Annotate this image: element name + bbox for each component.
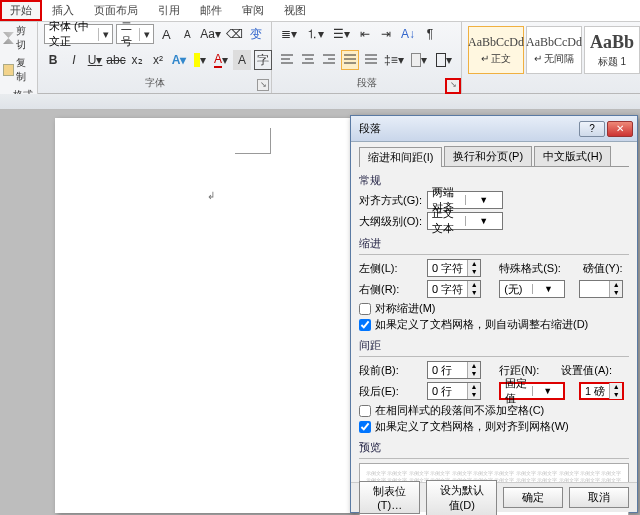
italic-button[interactable]: I	[65, 50, 83, 70]
paragraph-group-label: 段落	[278, 76, 455, 91]
clear-format-button[interactable]: ⌫	[225, 24, 244, 44]
align-left-button[interactable]	[278, 50, 296, 70]
tab-insert[interactable]: 插入	[42, 0, 84, 21]
setat-spin[interactable]: 1 磅▲▼	[579, 382, 624, 400]
close-button[interactable]: ✕	[607, 121, 633, 137]
space-after-spin[interactable]: 0 行▲▼	[427, 382, 481, 400]
left-indent-spin[interactable]: 0 字符▲▼	[427, 259, 481, 277]
section-preview: 预览	[359, 440, 629, 455]
down-icon[interactable]: ▼	[468, 289, 480, 297]
sort-button[interactable]: A↓	[398, 24, 418, 44]
mirror-indent-checkbox[interactable]: 对称缩进(M)	[359, 301, 629, 316]
align-right-button[interactable]	[320, 50, 338, 70]
tab-view[interactable]: 视图	[274, 0, 316, 21]
linespacing-select[interactable]: 固定值▼	[499, 382, 565, 400]
down-icon[interactable]: ▼	[468, 391, 480, 399]
borders-button[interactable]: ▾	[433, 50, 455, 70]
set-default-button[interactable]: 设为默认值(D)	[426, 480, 497, 516]
highlight-button[interactable]: ▾	[191, 50, 209, 70]
tab-indent-spacing[interactable]: 缩进和间距(I)	[359, 147, 442, 167]
align-center-button[interactable]	[299, 50, 317, 70]
style-name: 标题 1	[598, 55, 626, 69]
auto-adjust-indent-checkbox[interactable]: 如果定义了文档网格，则自动调整右缩进(D)	[359, 317, 629, 332]
grow-font-button[interactable]: A	[157, 24, 175, 44]
align-justify-button[interactable]	[341, 50, 359, 70]
line-spacing-button[interactable]: ‡≡▾	[383, 50, 405, 70]
increase-indent-button[interactable]: ⇥	[377, 24, 395, 44]
strike-button[interactable]: abc	[107, 50, 125, 70]
phonetic-button[interactable]: 变	[247, 24, 265, 44]
mirror-label: 对称缩进(M)	[375, 301, 436, 316]
cut-button[interactable]: 剪切	[0, 22, 37, 54]
underline-button[interactable]: U▾	[86, 50, 104, 70]
up-icon[interactable]: ▲	[610, 383, 622, 391]
dialog-tabs: 缩进和间距(I) 换行和分页(P) 中文版式(H)	[359, 146, 629, 167]
ok-button[interactable]: 确定	[503, 487, 563, 508]
char-border-button[interactable]: 字	[254, 50, 272, 70]
font-size-combo[interactable]: 二号▾	[116, 24, 154, 44]
section-spacing: 间距	[359, 338, 629, 353]
decrease-indent-button[interactable]: ⇤	[356, 24, 374, 44]
no-space-same-style-checkbox[interactable]: 在相同样式的段落间不添加空格(C)	[359, 403, 629, 418]
chevron-down-icon: ▼	[532, 284, 565, 294]
shrink-font-button[interactable]: A	[178, 24, 196, 44]
styles-group: AaBbCcDd ↵ 正文 AaBbCcDd ↵ 无间隔 AaBb 标题 1	[462, 22, 640, 93]
copy-button[interactable]: 复制	[0, 54, 37, 86]
font-color-button[interactable]: A▾	[212, 50, 230, 70]
help-button[interactable]: ?	[579, 121, 605, 137]
down-icon[interactable]: ▼	[468, 268, 480, 276]
style-normal[interactable]: AaBbCcDd ↵ 正文	[468, 26, 524, 74]
paragraph-group: ≣▾ ⒈▾ ☰▾ ⇤ ⇥ A↓ ¶ ‡≡▾ ▾ ▾ 段落 ↘	[272, 22, 462, 93]
down-icon[interactable]: ▼	[610, 289, 622, 297]
tab-asian[interactable]: 中文版式(H)	[534, 146, 611, 166]
align-distrib-button[interactable]	[362, 50, 380, 70]
shading-button[interactable]: ▾	[408, 50, 430, 70]
cancel-button[interactable]: 取消	[569, 487, 629, 508]
ruler[interactable]	[0, 94, 640, 110]
text-effects-button[interactable]: A▾	[170, 50, 188, 70]
multilist-button[interactable]: ☰▾	[330, 24, 353, 44]
bucket-icon	[411, 53, 421, 67]
tabs-button[interactable]: 制表位(T)…	[359, 481, 420, 514]
page[interactable]	[55, 118, 355, 513]
up-icon[interactable]: ▲	[468, 362, 480, 370]
numbering-button[interactable]: ⒈▾	[303, 24, 327, 44]
special-select[interactable]: (无)▼	[499, 280, 565, 298]
bold-button[interactable]: B	[44, 50, 62, 70]
superscript-button[interactable]: x²	[149, 50, 167, 70]
up-icon[interactable]: ▲	[468, 281, 480, 289]
style-sample: AaBb	[590, 32, 634, 53]
space-before-spin[interactable]: 0 行▲▼	[427, 361, 481, 379]
snap-to-grid-checkbox[interactable]: 如果定义了文档网格，则对齐到网格(W)	[359, 419, 629, 434]
up-icon[interactable]: ▲	[610, 281, 622, 289]
tab-review[interactable]: 审阅	[232, 0, 274, 21]
subscript-button[interactable]: x₂	[128, 50, 146, 70]
style-nospace[interactable]: AaBbCcDd ↵ 无间隔	[526, 26, 582, 74]
char-shading-button[interactable]: A	[233, 50, 251, 70]
tab-mailings[interactable]: 邮件	[190, 0, 232, 21]
font-group-label: 字体	[44, 76, 265, 91]
numbering-icon: ⒈	[306, 26, 318, 43]
copy-icon	[3, 64, 14, 76]
paragraph-launcher[interactable]: ↘	[445, 78, 461, 94]
font-launcher[interactable]: ↘	[257, 79, 269, 91]
tab-layout[interactable]: 页面布局	[84, 0, 148, 21]
tab-line-page[interactable]: 换行和分页(P)	[444, 146, 532, 166]
right-indent-spin[interactable]: 0 字符▲▼	[427, 280, 481, 298]
show-marks-button[interactable]: ¶	[421, 24, 439, 44]
style-heading1[interactable]: AaBb 标题 1	[584, 26, 640, 74]
font-family-combo[interactable]: 宋体 (中文正▾	[44, 24, 113, 44]
down-icon[interactable]: ▼	[610, 391, 622, 399]
bullets-button[interactable]: ≣▾	[278, 24, 300, 44]
align-center-icon	[302, 54, 314, 66]
down-icon[interactable]: ▼	[468, 370, 480, 378]
up-icon[interactable]: ▲	[468, 260, 480, 268]
up-icon[interactable]: ▲	[468, 383, 480, 391]
by-spin[interactable]: ▲▼	[579, 280, 623, 298]
outline-select[interactable]: 正文文本▼	[427, 212, 503, 230]
bullets-icon: ≣	[281, 27, 291, 41]
tab-home[interactable]: 开始	[0, 0, 42, 21]
tab-references[interactable]: 引用	[148, 0, 190, 21]
change-case-button[interactable]: Aa▾	[199, 24, 221, 44]
dialog-titlebar[interactable]: 段落 ? ✕	[351, 116, 637, 142]
